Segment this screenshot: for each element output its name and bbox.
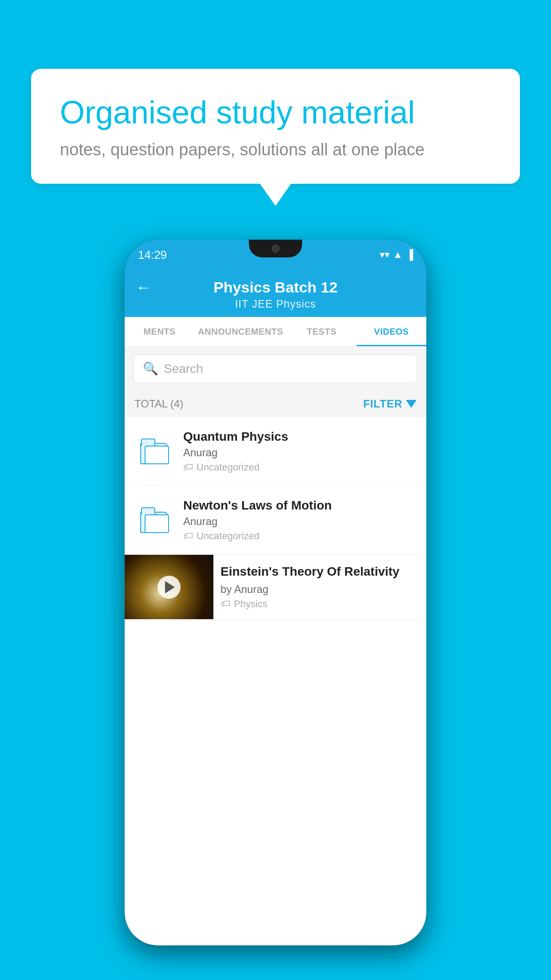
app-header-row: ← Physics Batch 12 [136, 279, 415, 296]
video-info: Einstein's Theory Of Relativity by Anura… [213, 555, 426, 619]
video-tag: Uncategorized [197, 462, 260, 473]
signal-icon: ▲ [393, 249, 403, 261]
tabs-bar: MENTS ANNOUNCEMENTS TESTS VIDEOS [125, 317, 426, 347]
phone-screen: ← Physics Batch 12 IIT JEE Physics MENTS… [125, 270, 426, 945]
app-header: ← Physics Batch 12 IIT JEE Physics [125, 270, 426, 317]
tag-icon: 🏷 [183, 530, 193, 542]
video-author: Anurag [183, 515, 417, 528]
video-tag: Uncategorized [197, 530, 260, 542]
phone-wrapper: 14:29 ▾▾ ▲ ▐ ← Physics Batch 12 IIT JEE … [35, 240, 516, 945]
tab-announcements[interactable]: ANNOUNCEMENTS [194, 317, 287, 346]
video-tag-row: 🏷 Physics [220, 598, 419, 610]
list-item[interactable]: Quantum Physics Anurag 🏷 Uncategorized [125, 417, 426, 486]
folder-front [145, 446, 169, 464]
status-time: 14:29 [138, 248, 167, 262]
app-subtitle: IIT JEE Physics [235, 298, 316, 310]
tag-icon: 🏷 [220, 598, 230, 610]
speech-bubble-arrow [260, 184, 291, 206]
video-title: Einstein's Theory Of Relativity [220, 564, 419, 580]
speech-bubble-title: Organised study material [60, 93, 491, 131]
search-icon: 🔍 [143, 361, 158, 376]
search-bar[interactable]: 🔍 Search [134, 355, 417, 383]
video-tag-row: 🏷 Uncategorized [183, 462, 417, 473]
filter-row: TOTAL (4) FILTER [125, 391, 426, 417]
video-tag-row: 🏷 Uncategorized [183, 530, 417, 542]
search-bar-container: 🔍 Search [125, 347, 426, 391]
video-icon-area [134, 507, 174, 533]
video-tag: Physics [234, 598, 268, 610]
tab-ments[interactable]: MENTS [125, 317, 194, 346]
battery-icon: ▐ [406, 249, 413, 261]
filter-icon [406, 400, 417, 408]
video-author: Anurag [183, 447, 417, 459]
phone-camera [272, 245, 279, 253]
tab-videos[interactable]: VIDEOS [357, 317, 426, 346]
video-title: Newton's Laws of Motion [183, 498, 417, 513]
list-item[interactable]: Einstein's Theory Of Relativity by Anura… [125, 555, 426, 620]
speech-bubble-subtitle: notes, question papers, solutions all at… [60, 140, 491, 159]
video-thumbnail [125, 555, 213, 619]
tag-icon: 🏷 [183, 462, 193, 473]
tab-tests[interactable]: TESTS [287, 317, 356, 346]
list-item[interactable]: Newton's Laws of Motion Anurag 🏷 Uncateg… [125, 486, 426, 555]
filter-label: FILTER [363, 398, 402, 410]
folder-icon [140, 439, 169, 464]
play-icon [165, 581, 175, 593]
phone: 14:29 ▾▾ ▲ ▐ ← Physics Batch 12 IIT JEE … [125, 240, 426, 945]
status-bar: 14:29 ▾▾ ▲ ▐ [125, 240, 426, 270]
wifi-icon: ▾▾ [380, 249, 390, 261]
folder-icon [140, 507, 169, 533]
back-button[interactable]: ← [136, 279, 151, 296]
status-icons: ▾▾ ▲ ▐ [380, 249, 413, 261]
video-list: Quantum Physics Anurag 🏷 Uncategorized [125, 417, 426, 620]
video-author: by Anurag [220, 583, 419, 596]
filter-button[interactable]: FILTER [363, 398, 417, 410]
speech-bubble-card: Organised study material notes, question… [31, 69, 520, 184]
video-icon-area [134, 439, 174, 464]
total-count: TOTAL (4) [134, 398, 183, 410]
speech-bubble-section: Organised study material notes, question… [31, 69, 520, 206]
phone-notch [249, 240, 302, 257]
folder-front [145, 514, 169, 533]
search-input[interactable]: Search [164, 362, 203, 376]
video-info: Newton's Laws of Motion Anurag 🏷 Uncateg… [183, 498, 417, 542]
video-title: Quantum Physics [183, 430, 417, 444]
video-info: Quantum Physics Anurag 🏷 Uncategorized [183, 430, 417, 473]
play-button[interactable] [157, 576, 181, 599]
app-title: Physics Batch 12 [213, 279, 338, 296]
